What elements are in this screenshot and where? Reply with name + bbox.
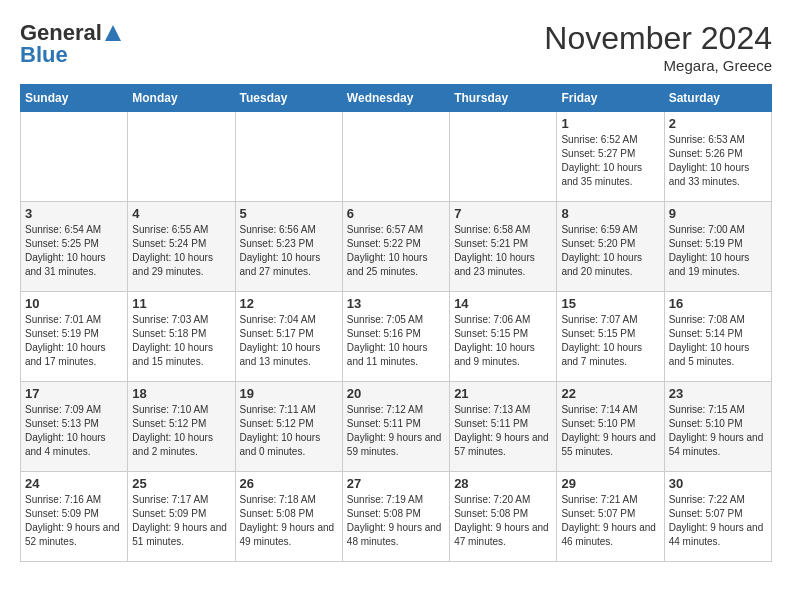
calendar-cell: 8Sunrise: 6:59 AMSunset: 5:20 PMDaylight… [557, 202, 664, 292]
day-info: Sunrise: 7:12 AMSunset: 5:11 PMDaylight:… [347, 403, 445, 459]
calendar-cell: 15Sunrise: 7:07 AMSunset: 5:15 PMDayligh… [557, 292, 664, 382]
day-number: 1 [561, 116, 659, 131]
calendar-cell: 7Sunrise: 6:58 AMSunset: 5:21 PMDaylight… [450, 202, 557, 292]
calendar-cell: 19Sunrise: 7:11 AMSunset: 5:12 PMDayligh… [235, 382, 342, 472]
day-info: Sunrise: 7:03 AMSunset: 5:18 PMDaylight:… [132, 313, 230, 369]
calendar-cell: 12Sunrise: 7:04 AMSunset: 5:17 PMDayligh… [235, 292, 342, 382]
calendar-body: 1Sunrise: 6:52 AMSunset: 5:27 PMDaylight… [21, 112, 772, 562]
logo: General Blue [20, 20, 122, 68]
calendar-cell: 21Sunrise: 7:13 AMSunset: 5:11 PMDayligh… [450, 382, 557, 472]
day-number: 15 [561, 296, 659, 311]
day-info: Sunrise: 7:16 AMSunset: 5:09 PMDaylight:… [25, 493, 123, 549]
day-info: Sunrise: 7:14 AMSunset: 5:10 PMDaylight:… [561, 403, 659, 459]
day-info: Sunrise: 6:58 AMSunset: 5:21 PMDaylight:… [454, 223, 552, 279]
day-info: Sunrise: 6:56 AMSunset: 5:23 PMDaylight:… [240, 223, 338, 279]
page-header: General Blue November 2024 Megara, Greec… [20, 20, 772, 74]
calendar-cell [21, 112, 128, 202]
weekday-wednesday: Wednesday [342, 85, 449, 112]
day-info: Sunrise: 7:15 AMSunset: 5:10 PMDaylight:… [669, 403, 767, 459]
calendar-cell: 22Sunrise: 7:14 AMSunset: 5:10 PMDayligh… [557, 382, 664, 472]
calendar-cell: 5Sunrise: 6:56 AMSunset: 5:23 PMDaylight… [235, 202, 342, 292]
day-number: 9 [669, 206, 767, 221]
day-number: 27 [347, 476, 445, 491]
day-number: 25 [132, 476, 230, 491]
week-row-5: 24Sunrise: 7:16 AMSunset: 5:09 PMDayligh… [21, 472, 772, 562]
calendar-cell [235, 112, 342, 202]
day-number: 18 [132, 386, 230, 401]
calendar-cell: 16Sunrise: 7:08 AMSunset: 5:14 PMDayligh… [664, 292, 771, 382]
day-number: 5 [240, 206, 338, 221]
day-info: Sunrise: 7:22 AMSunset: 5:07 PMDaylight:… [669, 493, 767, 549]
day-info: Sunrise: 7:13 AMSunset: 5:11 PMDaylight:… [454, 403, 552, 459]
day-number: 6 [347, 206, 445, 221]
day-info: Sunrise: 7:04 AMSunset: 5:17 PMDaylight:… [240, 313, 338, 369]
calendar-cell: 6Sunrise: 6:57 AMSunset: 5:22 PMDaylight… [342, 202, 449, 292]
day-info: Sunrise: 7:09 AMSunset: 5:13 PMDaylight:… [25, 403, 123, 459]
calendar-cell: 25Sunrise: 7:17 AMSunset: 5:09 PMDayligh… [128, 472, 235, 562]
calendar-cell: 20Sunrise: 7:12 AMSunset: 5:11 PMDayligh… [342, 382, 449, 472]
logo-blue: Blue [20, 42, 68, 68]
calendar-cell: 27Sunrise: 7:19 AMSunset: 5:08 PMDayligh… [342, 472, 449, 562]
calendar-cell: 2Sunrise: 6:53 AMSunset: 5:26 PMDaylight… [664, 112, 771, 202]
day-info: Sunrise: 6:54 AMSunset: 5:25 PMDaylight:… [25, 223, 123, 279]
day-info: Sunrise: 7:08 AMSunset: 5:14 PMDaylight:… [669, 313, 767, 369]
day-number: 12 [240, 296, 338, 311]
day-number: 22 [561, 386, 659, 401]
calendar-cell: 9Sunrise: 7:00 AMSunset: 5:19 PMDaylight… [664, 202, 771, 292]
weekday-friday: Friday [557, 85, 664, 112]
calendar-cell: 28Sunrise: 7:20 AMSunset: 5:08 PMDayligh… [450, 472, 557, 562]
weekday-tuesday: Tuesday [235, 85, 342, 112]
day-info: Sunrise: 7:18 AMSunset: 5:08 PMDaylight:… [240, 493, 338, 549]
calendar-cell [342, 112, 449, 202]
day-info: Sunrise: 6:55 AMSunset: 5:24 PMDaylight:… [132, 223, 230, 279]
day-number: 20 [347, 386, 445, 401]
day-info: Sunrise: 6:52 AMSunset: 5:27 PMDaylight:… [561, 133, 659, 189]
svg-marker-0 [105, 25, 121, 41]
day-info: Sunrise: 7:05 AMSunset: 5:16 PMDaylight:… [347, 313, 445, 369]
day-info: Sunrise: 7:00 AMSunset: 5:19 PMDaylight:… [669, 223, 767, 279]
weekday-header-row: SundayMondayTuesdayWednesdayThursdayFrid… [21, 85, 772, 112]
calendar-cell [128, 112, 235, 202]
day-info: Sunrise: 7:06 AMSunset: 5:15 PMDaylight:… [454, 313, 552, 369]
calendar: SundayMondayTuesdayWednesdayThursdayFrid… [20, 84, 772, 562]
day-number: 7 [454, 206, 552, 221]
day-number: 14 [454, 296, 552, 311]
day-number: 10 [25, 296, 123, 311]
day-info: Sunrise: 7:11 AMSunset: 5:12 PMDaylight:… [240, 403, 338, 459]
day-info: Sunrise: 7:17 AMSunset: 5:09 PMDaylight:… [132, 493, 230, 549]
month-title: November 2024 [544, 20, 772, 57]
day-info: Sunrise: 6:57 AMSunset: 5:22 PMDaylight:… [347, 223, 445, 279]
day-number: 30 [669, 476, 767, 491]
weekday-monday: Monday [128, 85, 235, 112]
calendar-cell: 11Sunrise: 7:03 AMSunset: 5:18 PMDayligh… [128, 292, 235, 382]
calendar-cell: 3Sunrise: 6:54 AMSunset: 5:25 PMDaylight… [21, 202, 128, 292]
day-info: Sunrise: 7:10 AMSunset: 5:12 PMDaylight:… [132, 403, 230, 459]
weekday-saturday: Saturday [664, 85, 771, 112]
day-number: 3 [25, 206, 123, 221]
day-info: Sunrise: 6:59 AMSunset: 5:20 PMDaylight:… [561, 223, 659, 279]
day-number: 24 [25, 476, 123, 491]
day-info: Sunrise: 7:01 AMSunset: 5:19 PMDaylight:… [25, 313, 123, 369]
calendar-cell: 26Sunrise: 7:18 AMSunset: 5:08 PMDayligh… [235, 472, 342, 562]
day-number: 26 [240, 476, 338, 491]
weekday-thursday: Thursday [450, 85, 557, 112]
calendar-cell: 18Sunrise: 7:10 AMSunset: 5:12 PMDayligh… [128, 382, 235, 472]
day-number: 8 [561, 206, 659, 221]
day-number: 2 [669, 116, 767, 131]
location: Megara, Greece [544, 57, 772, 74]
day-number: 13 [347, 296, 445, 311]
day-number: 17 [25, 386, 123, 401]
day-info: Sunrise: 7:07 AMSunset: 5:15 PMDaylight:… [561, 313, 659, 369]
day-number: 29 [561, 476, 659, 491]
day-number: 11 [132, 296, 230, 311]
day-number: 4 [132, 206, 230, 221]
week-row-3: 10Sunrise: 7:01 AMSunset: 5:19 PMDayligh… [21, 292, 772, 382]
day-number: 19 [240, 386, 338, 401]
calendar-cell: 24Sunrise: 7:16 AMSunset: 5:09 PMDayligh… [21, 472, 128, 562]
day-info: Sunrise: 7:21 AMSunset: 5:07 PMDaylight:… [561, 493, 659, 549]
week-row-2: 3Sunrise: 6:54 AMSunset: 5:25 PMDaylight… [21, 202, 772, 292]
calendar-cell: 4Sunrise: 6:55 AMSunset: 5:24 PMDaylight… [128, 202, 235, 292]
calendar-cell: 30Sunrise: 7:22 AMSunset: 5:07 PMDayligh… [664, 472, 771, 562]
week-row-1: 1Sunrise: 6:52 AMSunset: 5:27 PMDaylight… [21, 112, 772, 202]
title-block: November 2024 Megara, Greece [544, 20, 772, 74]
